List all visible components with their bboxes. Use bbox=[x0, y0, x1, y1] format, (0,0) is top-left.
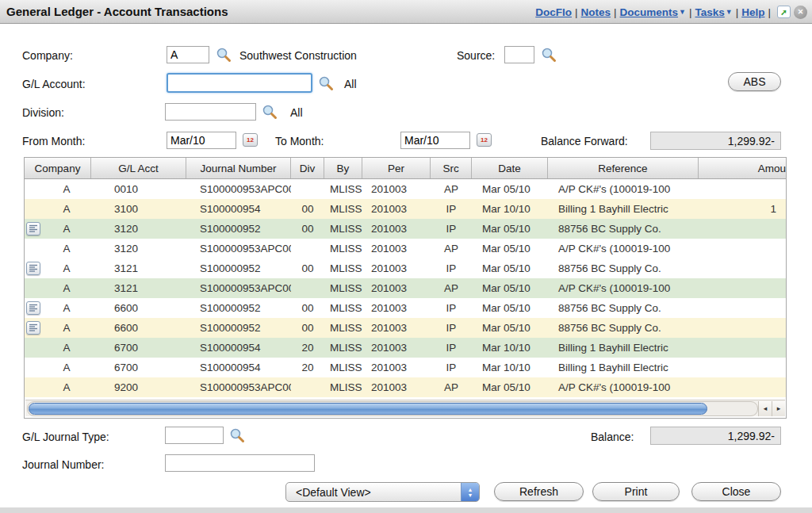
table-row[interactable]: A6700S10000095420MLISS201003IPMar 10/10B… bbox=[25, 358, 786, 377]
cell-by: MLISS bbox=[324, 338, 362, 358]
note-icon[interactable] bbox=[26, 262, 40, 275]
source-search-icon[interactable] bbox=[541, 47, 557, 63]
journal-number-input[interactable] bbox=[165, 454, 315, 472]
cell-by: MLISS bbox=[324, 377, 362, 397]
col-header-gl-acct[interactable]: G/L Acct bbox=[91, 158, 186, 178]
table-row[interactable]: A3121S100000953APC00MLISS201003APMar 05/… bbox=[25, 278, 786, 298]
titlebar-link-docflo[interactable]: DocFlo bbox=[535, 6, 572, 18]
cell-per: 201003 bbox=[362, 338, 431, 358]
cell-per: 201003 bbox=[362, 298, 431, 318]
col-header-date[interactable]: Date bbox=[472, 158, 548, 178]
col-header-company[interactable]: Company bbox=[25, 158, 91, 178]
note-icon[interactable] bbox=[26, 222, 40, 235]
calendar-icon-text: 12 bbox=[481, 136, 488, 144]
from-month-calendar-icon[interactable]: 12 bbox=[243, 133, 258, 147]
cell-company: A bbox=[42, 358, 91, 377]
note-icon[interactable] bbox=[26, 321, 40, 335]
to-month-label: To Month: bbox=[275, 135, 324, 147]
balance-forward-label: Balance Forward: bbox=[541, 135, 628, 147]
col-header-per[interactable]: Per bbox=[362, 158, 431, 178]
cell-acct: 3120 bbox=[91, 219, 186, 239]
scroll-left-button[interactable]: ◂ bbox=[758, 401, 772, 416]
refresh-button[interactable]: Refresh bbox=[494, 482, 584, 501]
table-row[interactable]: A9200S100000953APC00MLISS201003APMar 05/… bbox=[25, 377, 786, 397]
cell-ref: Billing 1 Bayhill Electric bbox=[548, 199, 699, 219]
abs-button[interactable]: ABS bbox=[728, 72, 781, 91]
table-row[interactable]: A0010S100000953APC00MLISS201003APMar 05/… bbox=[25, 179, 786, 199]
gl-journal-type-search-icon[interactable] bbox=[229, 427, 245, 443]
col-header-by[interactable]: By bbox=[324, 158, 362, 178]
cell-journal: S100000953APC00 bbox=[186, 278, 291, 298]
division-label: Division: bbox=[22, 106, 64, 119]
link-separator: | bbox=[575, 6, 578, 18]
col-header-reference[interactable]: Reference bbox=[548, 158, 699, 178]
titlebar-link-tasks[interactable]: Tasks bbox=[695, 6, 725, 18]
close-button[interactable]: Close bbox=[691, 482, 781, 501]
col-header-src[interactable]: Src bbox=[431, 158, 472, 178]
resize-window-icon[interactable]: ➚ bbox=[777, 6, 791, 18]
cell-journal: S100000953APC00 bbox=[186, 377, 291, 397]
company-label: Company: bbox=[22, 49, 73, 62]
link-separator: | bbox=[689, 6, 692, 18]
table-row[interactable]: A6600S10000095200MLISS201003IPMar 05/108… bbox=[25, 298, 786, 318]
source-input[interactable] bbox=[504, 46, 534, 63]
cell-amt bbox=[699, 318, 786, 338]
col-header-amount[interactable]: Amou bbox=[699, 158, 786, 178]
cell-date: Mar 05/10 bbox=[472, 377, 548, 397]
close-window-icon[interactable]: ✕ bbox=[794, 6, 807, 19]
gl-account-input[interactable] bbox=[167, 73, 312, 93]
table-row[interactable]: A6700S10000095420MLISS201003IPMar 10/10B… bbox=[25, 338, 786, 358]
from-month-input[interactable] bbox=[167, 132, 236, 149]
cell-div: 00 bbox=[291, 318, 324, 338]
to-month-input[interactable] bbox=[400, 132, 470, 149]
titlebar-link-help[interactable]: Help bbox=[741, 6, 764, 18]
division-input[interactable] bbox=[165, 103, 256, 121]
cell-amt bbox=[699, 298, 786, 318]
scroll-right-button[interactable]: ▸ bbox=[772, 401, 785, 416]
cell-ref: 88756 BC Supply Co. bbox=[548, 298, 699, 318]
col-header-journal-number[interactable]: Journal Number bbox=[186, 158, 291, 178]
cell-journal: S100000952 bbox=[186, 219, 291, 239]
cell-date: Mar 05/10 bbox=[472, 298, 548, 318]
window-bottom-edge bbox=[0, 507, 812, 513]
gl-journal-type-input[interactable] bbox=[165, 427, 224, 444]
row-gutter bbox=[25, 179, 42, 199]
titlebar-link-notes[interactable]: Notes bbox=[581, 6, 611, 18]
scrollbar-track[interactable] bbox=[27, 401, 758, 416]
table-row[interactable]: A3100S10000095400MLISS201003IPMar 10/10B… bbox=[25, 199, 786, 219]
cell-journal: S100000953APC00 bbox=[186, 179, 291, 199]
titlebar-link-documents[interactable]: Documents bbox=[620, 6, 679, 18]
table-row[interactable]: A3120S10000095200MLISS201003IPMar 05/108… bbox=[25, 219, 786, 239]
balance-label: Balance: bbox=[591, 431, 634, 443]
cell-date: Mar 05/10 bbox=[472, 278, 548, 298]
col-header-div[interactable]: Div bbox=[291, 158, 324, 178]
to-month-calendar-icon[interactable]: 12 bbox=[477, 133, 492, 147]
cell-company: A bbox=[42, 258, 91, 278]
cell-date: Mar 05/10 bbox=[472, 318, 548, 338]
note-icon-cell bbox=[25, 298, 42, 318]
table-row[interactable]: A3121S10000095200MLISS201003IPMar 05/108… bbox=[25, 258, 786, 278]
table-row[interactable]: A3120S100000953APC00MLISS201003APMar 05/… bbox=[25, 239, 786, 258]
table-row[interactable]: A6600S10000095200MLISS201003IPMar 05/108… bbox=[25, 318, 786, 338]
cell-acct: 3100 bbox=[91, 199, 186, 219]
link-separator: | bbox=[736, 6, 739, 18]
cell-src: IP bbox=[431, 318, 472, 338]
transactions-grid: Company G/L Acct Journal Number Div By P… bbox=[24, 157, 787, 419]
company-search-icon[interactable] bbox=[216, 47, 232, 63]
cell-acct: 3120 bbox=[91, 239, 186, 258]
page-title: General Ledger - Account Transactions bbox=[6, 0, 228, 24]
row-gutter bbox=[25, 199, 42, 219]
cell-journal: S100000952 bbox=[186, 318, 291, 338]
company-input[interactable] bbox=[167, 46, 209, 63]
cell-per: 201003 bbox=[362, 318, 431, 338]
division-search-icon[interactable] bbox=[262, 104, 278, 120]
scrollbar-thumb[interactable] bbox=[29, 403, 707, 415]
row-gutter bbox=[25, 239, 42, 258]
company-name-text: Southwest Construction bbox=[239, 49, 357, 62]
print-button[interactable]: Print bbox=[592, 482, 680, 501]
cell-date: Mar 05/10 bbox=[472, 179, 548, 199]
note-icon[interactable] bbox=[26, 301, 40, 315]
gl-account-search-icon[interactable] bbox=[318, 75, 334, 91]
view-select[interactable]: <Default View> ▲ ▼ bbox=[285, 482, 480, 502]
gl-account-all-text: All bbox=[344, 78, 357, 90]
